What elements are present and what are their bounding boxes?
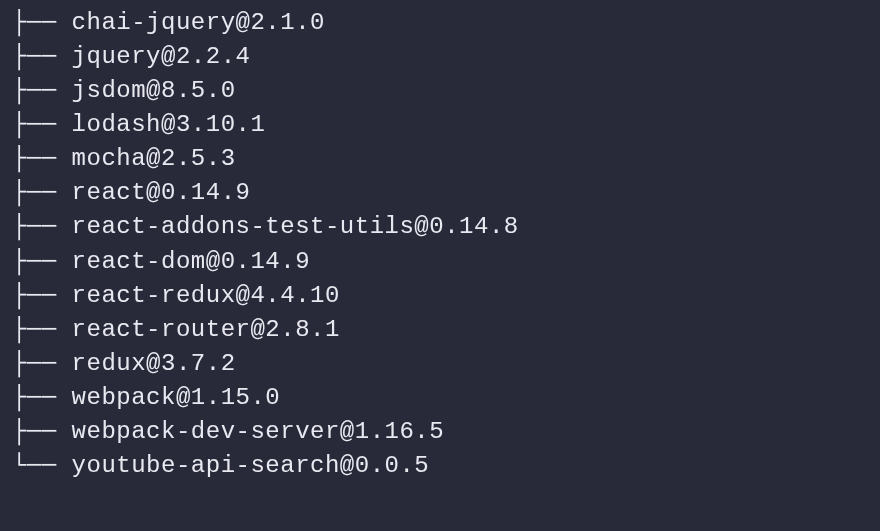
tree-branch-icon: ├── — [12, 9, 72, 36]
tree-branch-icon: ├── — [12, 111, 72, 138]
package-name-version: react-addons-test-utils@0.14.8 — [72, 213, 519, 240]
package-line: ├── mocha@2.5.3 — [12, 142, 880, 176]
package-name-version: react-dom@0.14.9 — [72, 248, 310, 275]
package-line: ├── react-router@2.8.1 — [12, 313, 880, 347]
tree-last-branch-icon: └── — [12, 452, 72, 479]
package-name-version: react-redux@4.4.10 — [72, 282, 340, 309]
package-name-version: youtube-api-search@0.0.5 — [72, 452, 430, 479]
package-line: ├── react-dom@0.14.9 — [12, 245, 880, 279]
tree-branch-icon: ├── — [12, 179, 72, 206]
package-line: ├── redux@3.7.2 — [12, 347, 880, 381]
package-name-version: webpack-dev-server@1.16.5 — [72, 418, 445, 445]
package-line: ├── chai-jquery@2.1.0 — [12, 6, 880, 40]
tree-branch-icon: ├── — [12, 316, 72, 343]
package-line: ├── jquery@2.2.4 — [12, 40, 880, 74]
package-name-version: react@0.14.9 — [72, 179, 251, 206]
tree-branch-icon: ├── — [12, 384, 72, 411]
package-line: ├── react-redux@4.4.10 — [12, 279, 880, 313]
package-name-version: mocha@2.5.3 — [72, 145, 236, 172]
tree-branch-icon: ├── — [12, 248, 72, 275]
package-name-version: lodash@3.10.1 — [72, 111, 266, 138]
tree-branch-icon: ├── — [12, 282, 72, 309]
dependency-tree: ├── chai-jquery@2.1.0├── jquery@2.2.4├──… — [12, 6, 880, 483]
package-line: └── youtube-api-search@0.0.5 — [12, 449, 880, 483]
package-name-version: chai-jquery@2.1.0 — [72, 9, 325, 36]
package-name-version: react-router@2.8.1 — [72, 316, 340, 343]
package-name-version: redux@3.7.2 — [72, 350, 236, 377]
tree-branch-icon: ├── — [12, 43, 72, 70]
package-name-version: webpack@1.15.0 — [72, 384, 281, 411]
package-name-version: jsdom@8.5.0 — [72, 77, 236, 104]
tree-branch-icon: ├── — [12, 418, 72, 445]
package-line: ├── react@0.14.9 — [12, 176, 880, 210]
package-line: ├── react-addons-test-utils@0.14.8 — [12, 210, 880, 244]
package-line: ├── webpack-dev-server@1.16.5 — [12, 415, 880, 449]
tree-branch-icon: ├── — [12, 213, 72, 240]
package-name-version: jquery@2.2.4 — [72, 43, 251, 70]
package-line: ├── webpack@1.15.0 — [12, 381, 880, 415]
tree-branch-icon: ├── — [12, 350, 72, 377]
package-line: ├── jsdom@8.5.0 — [12, 74, 880, 108]
tree-branch-icon: ├── — [12, 77, 72, 104]
package-line: ├── lodash@3.10.1 — [12, 108, 880, 142]
tree-branch-icon: ├── — [12, 145, 72, 172]
